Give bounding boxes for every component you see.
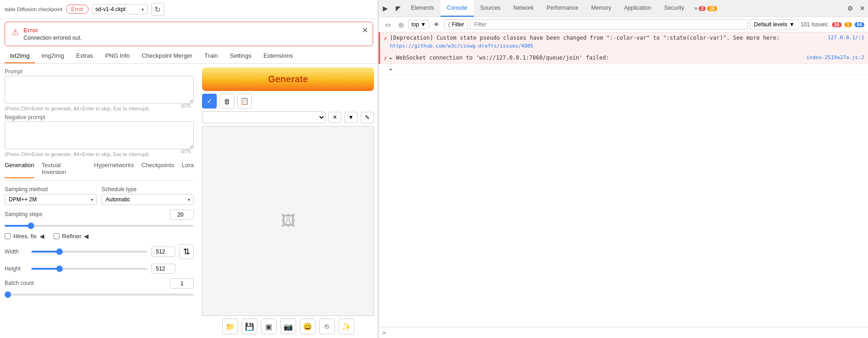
checkpoint-label: table Diffusion checkpoint [5, 6, 62, 12]
devtools-tab-performance[interactable]: Performance [540, 0, 585, 17]
devtools-panel: ▶ ◤ Elements Console Sources Network Per… [378, 0, 868, 338]
sampling-method-select[interactable]: DPM++ 2M [5, 194, 97, 205]
expand-arrow-main[interactable]: ► [390, 66, 392, 72]
console-block-btn[interactable]: ▭ [382, 19, 393, 30]
nav-tab-extensions[interactable]: Extensions [258, 49, 298, 63]
sub-tab-hypernetworks[interactable]: Hypernetworks [94, 162, 134, 178]
top-selector[interactable]: top ▼ [408, 20, 429, 29]
devtools-tab-console[interactable]: Console [440, 0, 474, 17]
toolbar-folder-btn[interactable]: 📁 [222, 319, 238, 334]
neg-prompt-input[interactable] [5, 121, 194, 149]
refiner-arrow[interactable]: ◀ [84, 233, 89, 240]
devtools-error-badge: 2 [699, 6, 706, 11]
neg-prompt-label: Negative prompt [5, 114, 194, 121]
style-select[interactable] [202, 111, 326, 123]
default-levels-select[interactable]: Default levels ▼ [750, 19, 799, 30]
nav-tab-txt2img[interactable]: txt2img [5, 49, 35, 63]
console-entry-source-1[interactable]: 127.0.0.1/:1 [828, 34, 864, 41]
sub-tab-textual-inversion[interactable]: Textual Inversion [42, 162, 86, 178]
action-btn-trash[interactable]: 🗑 [220, 94, 234, 109]
nav-tab-train[interactable]: Train [199, 49, 223, 63]
toolbar-angle-btn[interactable]: ⎋ [319, 319, 335, 334]
prompt-label: Prompt [5, 68, 194, 75]
console-entry-1: ✗ [Deprecation] Custom state pseudo clas… [379, 32, 868, 52]
close-devtools-icon[interactable]: ✕ [857, 2, 868, 15]
swap-dimensions-button[interactable]: ⇅ [179, 244, 194, 259]
hires-fix-checkbox[interactable] [5, 233, 11, 239]
issues-info-badge: 84 [855, 22, 864, 27]
devtools-tabs: Elements Console Sources Network Perform… [404, 0, 690, 17]
style-edit-button[interactable]: ✎ [361, 112, 374, 123]
console-entry-text-2: ► WebSocket connection to 'ws://127.0.0.… [390, 54, 803, 62]
bottom-toolbar: 📁 💾 ▣ 📷 😀 ⎋ ✨ [202, 319, 374, 334]
sub-tab-generation[interactable]: Generation [5, 162, 34, 178]
height-slider[interactable] [31, 268, 148, 270]
sub-tab-lora[interactable]: Lora [182, 162, 194, 178]
schedule-type-select[interactable]: Automatic [101, 194, 194, 205]
batch-count-slider[interactable] [5, 294, 194, 296]
devtools-topbar: ▶ ◤ Elements Console Sources Network Per… [379, 0, 868, 17]
refiner-checkbox[interactable] [54, 233, 59, 239]
nav-tab-img2img[interactable]: img2img [36, 49, 70, 63]
toolbar-sparkle-btn[interactable]: ✨ [339, 319, 354, 334]
refresh-button[interactable]: ↻ [151, 3, 164, 16]
console-filter-input[interactable] [470, 19, 748, 30]
expand-arrow-2[interactable]: ► [390, 55, 392, 60]
devtools-warning-badge: 16 [707, 6, 717, 11]
devtools-more-tabs[interactable]: » 2 16 [690, 0, 720, 17]
checkpoint-select[interactable]: sd-v1-4.ckpt [92, 4, 148, 14]
error-close-button[interactable]: ✕ [362, 26, 368, 35]
console-entry-text-1: [Deprecation] Custom state pseudo classe… [390, 34, 825, 50]
action-btn-clipboard[interactable]: 📋 [237, 94, 252, 109]
toolbar-face-btn[interactable]: 😀 [300, 319, 315, 334]
console-input[interactable] [389, 330, 864, 336]
style-clear-button[interactable]: ✕ [328, 112, 341, 123]
nav-tab-settings[interactable]: Settings [224, 49, 257, 63]
toolbar-save-btn[interactable]: 💾 [242, 319, 257, 334]
nav-tab-extras[interactable]: Extras [71, 49, 99, 63]
nav-tab-checkpoint-merger[interactable]: Checkpoint Merger [136, 49, 198, 63]
devtools-tab-network[interactable]: Network [507, 0, 540, 17]
width-slider[interactable] [31, 251, 148, 253]
console-clear-btn[interactable]: ◎ [395, 19, 406, 30]
action-btn-check[interactable]: ✓ [202, 94, 217, 109]
prompt-token-count: 0/75 [181, 103, 191, 109]
devtools-tab-elements[interactable]: Elements [404, 0, 440, 17]
refiner-label: Refiner [62, 233, 82, 240]
sampling-steps-slider[interactable] [5, 225, 194, 227]
neg-prompt-area: Negative prompt (Press Ctrl+Enter to gen… [5, 114, 194, 157]
console-entry-source-2[interactable]: index-2519a27a.js:2 [806, 54, 864, 61]
height-input[interactable] [151, 264, 175, 274]
width-label: Width [5, 248, 28, 255]
width-input[interactable] [151, 247, 175, 257]
sub-tab-checkpoints[interactable]: Checkpoints [141, 162, 174, 178]
deprecation-link[interactable]: https://github.com/w3c/csswg-drafts/issu… [390, 43, 533, 49]
generate-button[interactable]: Generate [202, 67, 374, 91]
error-icon-2: ✗ [384, 54, 387, 62]
devtools-toolbar2: ▭ ◎ top ▼ 👁 〈 Filter Default levels ▼ 10… [379, 17, 868, 32]
devtools-device-btn[interactable]: ◤ [392, 0, 404, 17]
toolbar-image-btn[interactable]: 📷 [280, 319, 296, 334]
devtools-tab-security[interactable]: Security [658, 0, 690, 17]
console-input-row: > [379, 327, 868, 338]
prompt-input[interactable] [5, 76, 194, 103]
filter-icon: 〈 [448, 21, 450, 28]
sampling-steps-input[interactable] [170, 210, 194, 220]
nav-tab-png-info[interactable]: PNG Info [100, 49, 135, 63]
filter-button[interactable]: 〈 Filter [444, 19, 469, 30]
console-prompt-symbol: > [382, 329, 386, 336]
hires-fix-arrow[interactable]: ◀ [40, 233, 44, 240]
toolbar-3d-btn[interactable]: ▣ [261, 319, 277, 334]
batch-count-label: Batch count [5, 280, 34, 286]
issues-warning-badge: 1 [844, 22, 852, 27]
settings-gear-icon[interactable]: ⚙ [844, 2, 856, 15]
devtools-inspect-btn[interactable]: ▶ [379, 0, 392, 17]
style-dropdown-button[interactable]: ▼ [344, 112, 358, 123]
error-notification: ⚠ Error Connection errored out. ✕ [5, 22, 373, 46]
batch-count-input[interactable] [170, 278, 194, 289]
devtools-tab-application[interactable]: Application [618, 0, 658, 17]
devtools-tab-memory[interactable]: Memory [585, 0, 618, 17]
eye-icon-btn[interactable]: 👁 [431, 19, 442, 30]
canvas-area: 🖼 [202, 126, 374, 316]
devtools-tab-sources[interactable]: Sources [474, 0, 507, 17]
